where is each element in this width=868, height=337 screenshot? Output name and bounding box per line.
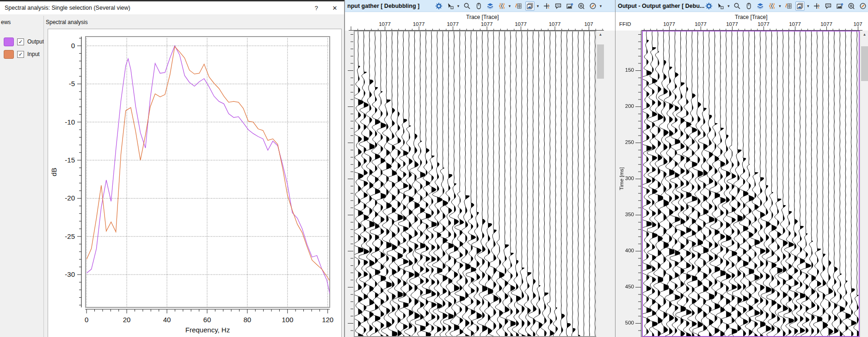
help-button[interactable]: ? [307,5,326,12]
select-mode-dropdown-icon[interactable]: ▾ [726,4,730,8]
sidebar-divider [43,16,44,337]
input-gather-toolbar: ▾▾▾▾ [434,1,615,11]
time-tick-label: 250 [616,139,634,145]
series-checkbox[interactable]: ✓ [17,38,24,45]
svg-text:-15: -15 [65,156,75,164]
quick-zoom-icon [578,2,585,10]
dialog-titlebar[interactable]: Spectral analysis: Single selection (Sev… [0,1,344,14]
mouse-pointer-icon [745,2,752,10]
mouse-pointer-button[interactable] [474,1,483,11]
output-gather-titlebar[interactable]: Output - Output gather [ Debu... ▾▾▾▾ [616,0,868,12]
zoom-button[interactable] [462,1,472,11]
time-ruler-mid [345,31,354,337]
wiggle-display-dropdown-icon[interactable]: ▾ [508,4,511,8]
move-crosshair-button[interactable] [812,1,821,11]
zoom-button[interactable] [733,1,742,11]
input-gather-panel: nput gather [ Debubbling ] ▾▾▾▾ Trace [T… [345,0,615,337]
zoom-icon [733,2,741,10]
scroll-thumb[interactable] [861,46,868,81]
series-checkbox[interactable]: ✓ [17,51,24,58]
scrollbar-right[interactable]: ▲ [860,31,868,337]
time-tick-label: 500 [616,320,634,325]
table-view-icon [515,2,522,10]
quick-zoom-button[interactable] [847,1,856,11]
dialog-title: Spectral analysis: Single selection (Sev… [0,5,307,11]
select-mode-icon [717,2,724,10]
svg-text:0: 0 [85,316,88,324]
output-gather-title: Output - Output gather [ Debu... [616,3,704,9]
annotation-button[interactable] [554,1,563,11]
annotation-button[interactable] [824,1,833,11]
select-mode-dropdown-icon[interactable]: ▾ [456,4,460,8]
trace-axis-title: Trace [Trace] [735,14,767,20]
wiggle-display-button[interactable] [497,1,506,11]
quick-zoom-button[interactable] [577,1,586,11]
layers-button[interactable] [486,1,495,11]
settings-gear-icon [705,2,713,10]
wiggle-display-dropdown-icon[interactable]: ▾ [778,4,782,8]
trace-ruler-right [616,24,868,31]
compass-button[interactable] [858,1,868,11]
close-button[interactable]: ✕ [326,5,344,12]
input-gather-titlebar[interactable]: nput gather [ Debubbling ] ▾▾▾▾ [345,0,615,12]
time-tick-label: 450 [616,284,634,289]
scrollbar-mid[interactable]: ▲ [596,31,604,337]
settings-gear-icon [435,2,443,10]
image-stack-dropdown-icon[interactable]: ▾ [806,4,810,8]
table-view-icon [785,2,792,10]
series-color-swatch [4,50,14,59]
image-stack-button[interactable] [795,1,805,11]
layers-button[interactable] [756,1,765,11]
zoom-icon [463,2,471,10]
compass-dropdown-icon[interactable]: ▾ [599,4,603,8]
image-stack-dropdown-icon[interactable]: ▾ [536,4,540,8]
legend-item-output[interactable]: ✓Output [4,37,44,46]
settings-gear-button[interactable] [434,1,443,11]
move-crosshair-button[interactable] [542,1,551,11]
image-stack-icon [526,2,534,10]
trace-header-right: FFID Trace [Trace] 107710771077107710771… [616,12,868,31]
seismic-app-screen: { "dialog": { "title": "Spectral analysi… [0,0,868,337]
export-image-button[interactable] [835,1,844,11]
wiggle-display-icon [768,2,776,10]
scroll-thumb[interactable] [597,44,604,79]
svg-text:dB: dB [50,168,58,176]
svg-text:-20: -20 [65,194,75,202]
select-mode-button[interactable] [446,1,455,11]
table-view-button[interactable] [784,1,793,11]
compass-icon [589,2,597,10]
annotation-icon [825,2,832,10]
svg-text:Frequency, Hz: Frequency, Hz [185,326,230,334]
scroll-up-icon[interactable]: ▲ [861,31,868,38]
svg-text:40: 40 [163,316,171,324]
legend-item-input[interactable]: ✓Input [4,50,40,59]
layers-icon [486,2,494,10]
select-mode-button[interactable] [716,1,725,11]
table-view-button[interactable] [514,1,523,11]
image-stack-icon [796,2,804,10]
views-sidebar-label: ews [1,19,11,25]
time-tick-label: 200 [616,103,634,109]
time-tick-label: 300 [616,175,634,181]
layers-icon [757,2,764,10]
mouse-pointer-button[interactable] [744,1,753,11]
spectral-analysis-dialog: Spectral analysis: Single selection (Sev… [0,0,345,337]
trace-header-mid: Trace [Trace] 10771077107710771077107710… [345,12,615,31]
time-tick-label: 150 [616,67,634,73]
scroll-up-icon[interactable]: ▲ [597,31,604,38]
spectral-chart[interactable]: 0-5-10-15-20-25-30020406080100120Frequen… [48,29,341,337]
svg-text:100: 100 [282,316,293,324]
export-image-icon [566,2,573,10]
compass-button[interactable] [588,1,597,11]
input-gather-title: nput gather [ Debubbling ] [345,3,419,9]
seismic-view-output[interactable] [642,31,860,337]
move-crosshair-icon [813,2,820,10]
settings-gear-button[interactable] [704,1,714,11]
output-gather-toolbar: ▾▾▾▾ [704,1,868,11]
series-label: Output [27,38,44,45]
image-stack-button[interactable] [525,1,535,11]
trace-ruler-mid [345,24,616,31]
wiggle-display-button[interactable] [767,1,776,11]
seismic-view-input[interactable] [354,31,597,337]
export-image-button[interactable] [565,1,574,11]
